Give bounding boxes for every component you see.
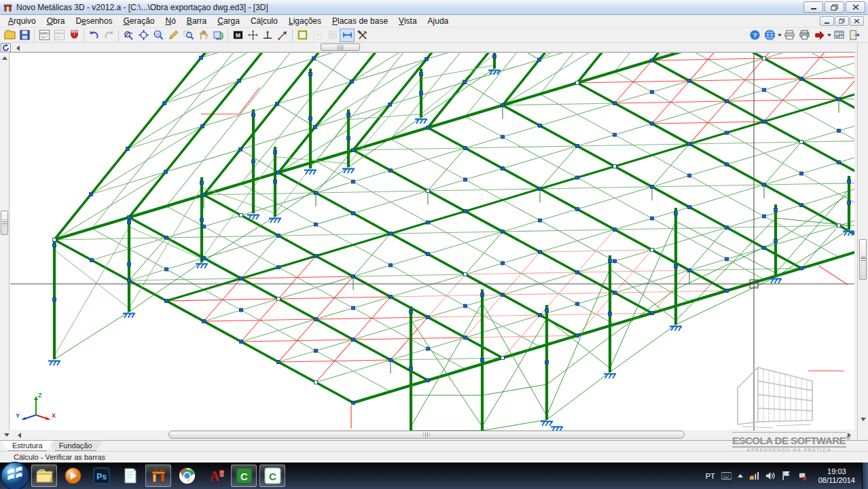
minimize-button[interactable] <box>803 1 823 13</box>
print-icon[interactable] <box>782 29 797 42</box>
rotate-view-button[interactable] <box>1 43 11 52</box>
view-rotate-icon[interactable] <box>211 29 225 42</box>
zoom-x2-icon[interactable]: x2 <box>151 29 166 42</box>
bottom-scroll-handle[interactable] <box>168 431 685 439</box>
remove-hardware-icon[interactable] <box>798 471 808 481</box>
keyboard-icon[interactable] <box>721 471 731 481</box>
exit-door-icon[interactable] <box>846 29 861 42</box>
panels-icon[interactable] <box>831 29 846 42</box>
undo-icon[interactable] <box>86 29 101 42</box>
scroll-left-arrow-icon[interactable] <box>16 46 20 51</box>
language-indicator[interactable]: PT <box>706 472 715 480</box>
redo-icon <box>101 29 116 42</box>
right-scrollbar[interactable] <box>857 43 868 440</box>
left-scrollbar[interactable] <box>0 52 10 430</box>
dotted-box-icon <box>310 29 325 42</box>
snap-magnet-icon[interactable] <box>67 29 82 42</box>
axis-triad: Z Y X <box>16 389 56 422</box>
svg-text:X: X <box>52 412 56 419</box>
title-bar: Novo Metálicas 3D - v2012.a - [C:\...\Ob… <box>0 0 868 15</box>
tools-icon[interactable] <box>355 29 369 42</box>
open-icon[interactable] <box>2 29 17 42</box>
pan-hand-icon[interactable] <box>196 29 211 42</box>
help-icon[interactable]: ? <box>747 29 762 42</box>
left-scroll-handle[interactable] <box>1 211 8 235</box>
menu-vista[interactable]: Vista <box>393 15 422 27</box>
window-title: Novo Metálicas 3D - v2012.a - [C:\...\Ob… <box>16 3 268 12</box>
menu-ajuda[interactable]: Ajuda <box>422 15 454 27</box>
view-tabs: EstruturaFundação <box>0 440 868 451</box>
camtasia-recorder-icon[interactable]: C <box>259 465 285 487</box>
tab-fundao[interactable]: Fundação <box>48 441 103 451</box>
top-scroll-handle[interactable] <box>321 43 360 51</box>
show-desktop-button[interactable] <box>862 463 868 489</box>
notepad-icon[interactable] <box>117 465 143 487</box>
menu-placas-de-base[interactable]: Placas de base <box>327 15 393 27</box>
menu-n-[interactable]: Nó <box>160 15 181 27</box>
bottom-left-down-arrow-icon[interactable] <box>4 433 10 437</box>
svg-text:Z: Z <box>38 392 42 399</box>
app-icon <box>3 3 13 12</box>
menu-obra[interactable]: Obra <box>41 15 71 27</box>
save-icon[interactable] <box>17 29 32 42</box>
metalicas3d-icon[interactable] <box>145 465 171 487</box>
menu-liga-es[interactable]: Ligações <box>283 15 327 27</box>
scroll-down-arrow-icon[interactable] <box>861 418 866 421</box>
dimension-icon[interactable] <box>275 29 290 42</box>
bars-search-icon[interactable]: M <box>230 29 245 42</box>
right-scroll-handle[interactable] <box>859 239 867 280</box>
photoshop-icon[interactable]: Ps <box>88 465 114 487</box>
menu-c-lculo[interactable]: Cálculo <box>245 15 283 27</box>
explorer-icon[interactable] <box>31 465 57 487</box>
drawing-canvas[interactable]: Z Y X <box>10 52 854 430</box>
perpendicular-icon[interactable] <box>260 29 275 42</box>
action-center-flag-icon[interactable] <box>782 471 792 481</box>
menu-carga[interactable]: Carga <box>212 15 245 27</box>
network-icon[interactable] <box>749 471 759 481</box>
top-scrollbar[interactable] <box>0 43 868 52</box>
close-button[interactable] <box>846 1 865 13</box>
svg-text:DWG: DWG <box>40 31 49 35</box>
speaker-icon[interactable] <box>765 471 776 481</box>
web-globe-icon[interactable] <box>762 29 777 42</box>
system-tray: PT 19:03 08/11/2014 <box>706 467 862 485</box>
zoom-extents-icon[interactable] <box>136 29 151 42</box>
svg-text:A: A <box>209 469 219 484</box>
restore-button[interactable] <box>825 1 844 13</box>
export-arrow-icon[interactable] <box>812 29 827 42</box>
media-player-icon[interactable] <box>60 465 86 487</box>
svg-text:Ps: Ps <box>96 472 107 482</box>
mdi-minimize-button[interactable] <box>820 16 834 26</box>
tab-estrutura[interactable]: Estrutura <box>1 441 54 451</box>
hidden-icons-arrow-icon[interactable] <box>738 474 743 477</box>
clock[interactable]: 19:03 08/11/2014 <box>814 467 859 485</box>
chrome-icon[interactable] <box>174 465 200 487</box>
print-preview-icon[interactable] <box>797 29 812 42</box>
menu-gera-o[interactable]: Geração <box>117 15 160 27</box>
autocad-icon[interactable]: A2010 <box>202 465 228 487</box>
scroll-right-arrow-icon[interactable] <box>848 433 851 438</box>
tray-time: 19:03 <box>818 467 855 476</box>
mdi-close-button[interactable] <box>850 16 864 26</box>
bottom-left-arrow-icon[interactable] <box>18 433 21 438</box>
svg-text:C: C <box>240 471 248 482</box>
zoom-region-icon[interactable] <box>121 29 136 42</box>
svg-text:10: 10 <box>219 473 223 477</box>
mdi-restore-button[interactable] <box>835 16 849 26</box>
start-button[interactable] <box>0 464 30 488</box>
menu-arquivo[interactable]: Arquivo <box>3 15 41 27</box>
camtasia-icon[interactable]: C <box>231 465 257 487</box>
bottom-scrollbar[interactable] <box>0 430 857 440</box>
move-node-icon[interactable] <box>245 29 260 42</box>
region-box-icon[interactable] <box>295 29 310 42</box>
dimension-box-icon[interactable] <box>340 29 355 42</box>
dwg-export-icon[interactable]: DWG <box>37 29 52 42</box>
menu-barra[interactable]: Barra <box>181 15 212 27</box>
scroll-up-arrow-icon[interactable] <box>2 56 7 60</box>
svg-text:C: C <box>269 471 276 482</box>
edit-pencil-icon[interactable] <box>166 29 181 42</box>
menu-desenhos[interactable]: Desenhos <box>70 15 117 27</box>
svg-text:DWG: DWG <box>55 31 64 35</box>
structure-3d-view <box>10 53 854 431</box>
zoom-window-icon[interactable] <box>181 29 196 42</box>
